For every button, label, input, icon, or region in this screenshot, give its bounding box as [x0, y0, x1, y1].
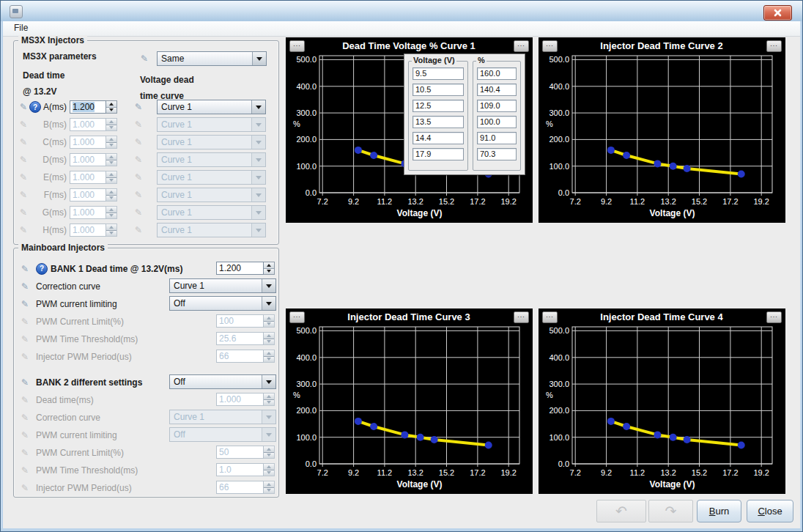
svg-text:300.0: 300.0 [549, 380, 569, 388]
spinner-up-button[interactable] [106, 101, 116, 107]
down-triangle-icon [267, 340, 271, 343]
svg-text:13.2: 13.2 [407, 468, 423, 477]
chart-plot[interactable]: 7.29.211.213.215.217.219.20.0100.0200.03… [539, 37, 785, 223]
down-triangle-icon [109, 161, 114, 164]
svg-text:0.0: 0.0 [306, 459, 317, 468]
chart-plot[interactable]: 7.29.211.213.215.217.219.20.0100.0200.03… [286, 309, 533, 494]
chart-menu-button-left[interactable]: ... [542, 40, 558, 52]
svg-text:500.0: 500.0 [549, 326, 569, 335]
edit-pencil-icon: ✎ [20, 317, 30, 327]
mainboard-value-input: 1.0 [216, 463, 264, 476]
voltage-dead-time-curve-select[interactable]: Same [157, 51, 267, 66]
close-x-icon [774, 9, 782, 17]
percent-cell-input[interactable]: 140.4 [477, 84, 517, 96]
menu-file[interactable]: File [10, 21, 32, 34]
down-triangle [266, 284, 272, 288]
edit-pencil-icon: ✎ [18, 119, 29, 130]
chevron-down-icon [251, 171, 265, 184]
help-icon[interactable]: ? [36, 263, 48, 275]
voltage-cell-input[interactable]: 14.4 [412, 132, 464, 144]
down-triangle [256, 106, 262, 109]
spinner-down-button [106, 125, 116, 131]
up-triangle-icon [109, 120, 114, 123]
percent-cell-input[interactable]: 100.0 [477, 116, 517, 128]
up-triangle-icon [267, 317, 271, 319]
close-button[interactable]: Close [747, 500, 793, 522]
chart-plot[interactable]: 7.29.211.213.215.217.219.20.0100.0200.03… [539, 309, 785, 494]
mainboard-label-cell: Injector PWM Period(us) [36, 483, 132, 493]
svg-text:%: % [546, 391, 553, 399]
svg-text:11.2: 11.2 [630, 197, 645, 206]
edit-pencil-icon[interactable]: ✎ [20, 264, 30, 274]
spinner-up-button[interactable] [264, 262, 274, 268]
voltage-group-title: Voltage (V) [412, 56, 456, 64]
mainboard-select[interactable]: Off [169, 296, 276, 311]
percent-cell-input[interactable]: 70.3 [477, 148, 517, 160]
dead-time-spinner: 1.000 [70, 136, 117, 149]
edit-pencil-icon: ✎ [20, 448, 30, 458]
chart-menu-button-right[interactable]: ... [766, 40, 782, 52]
edit-pencil-icon[interactable]: ✎ [20, 377, 30, 388]
edit-pencil-icon: ✎ [133, 190, 144, 200]
edit-pencil-icon[interactable]: ✎ [18, 102, 29, 112]
svg-text:400.0: 400.0 [549, 82, 569, 91]
svg-text:300.0: 300.0 [549, 108, 569, 117]
spinner-up-button [264, 446, 274, 452]
mainboard-select[interactable]: Off [169, 374, 276, 389]
voltage-group: Voltage (V)9.510.512.513.514.417.9 [408, 61, 468, 171]
svg-text:500.0: 500.0 [296, 326, 317, 335]
mainboard-value-input[interactable]: 1.200 [216, 262, 264, 275]
voltage-cell-input[interactable]: 9.5 [412, 67, 464, 80]
dead-time-value-input[interactable]: 1.200 [70, 100, 106, 114]
chart-menu-button-right[interactable]: ... [766, 311, 782, 323]
combo-selected-value: Curve 1 [158, 171, 251, 184]
voltage-cell-input[interactable]: 12.5 [412, 100, 464, 112]
dialog-window: File MS3X Injectors MS3X parameters Dead… [0, 0, 803, 532]
burn-button[interactable]: Burn [697, 500, 741, 522]
edit-pencil-icon: ✎ [18, 225, 29, 235]
edit-pencil-icon[interactable]: ✎ [20, 281, 30, 292]
mainboard-row: ✎Correction curveCurve 1 [14, 409, 278, 426]
menubar: File [3, 21, 800, 37]
voltage-cell-input[interactable]: 13.5 [412, 116, 464, 128]
edit-pencil-icon: ✎ [20, 483, 30, 493]
chart-menu-button-left[interactable]: ... [542, 311, 558, 323]
svg-text:7.2: 7.2 [317, 468, 328, 477]
svg-text:Injector Dead Time Curve 2: Injector Dead Time Curve 2 [600, 40, 722, 51]
edit-pencil-icon[interactable]: ✎ [20, 299, 30, 309]
chart-menu-button-right[interactable]: ... [514, 40, 529, 52]
percent-cell-input[interactable]: 91.0 [477, 132, 517, 144]
voltage-cell-input[interactable]: 10.5 [412, 84, 464, 96]
edit-pencil-icon[interactable]: ✎ [139, 53, 149, 64]
chart-menu-button-left[interactable]: ... [289, 311, 305, 323]
mainboard-row: ✎Correction curveCurve 1 [14, 278, 278, 295]
param-label-cell: D(ms) [30, 155, 67, 165]
chart-menu-button-right[interactable]: ... [514, 311, 529, 323]
param-label-cell: ?A(ms) [30, 101, 67, 113]
window-frame-bottom [1, 528, 802, 531]
spinner-buttons [106, 188, 117, 202]
spinner-buttons [106, 171, 117, 184]
svg-text:9.2: 9.2 [601, 468, 612, 477]
mainboard-label: Injector PWM Period(us) [36, 483, 132, 493]
chart-menu-button-left[interactable]: ... [289, 40, 305, 52]
percent-cell-input[interactable]: 109.0 [477, 100, 517, 112]
help-icon[interactable]: ? [29, 101, 41, 113]
mainboard-select[interactable]: Curve 1 [169, 278, 276, 293]
window-close-button[interactable] [763, 5, 792, 21]
chevron-down-icon [262, 410, 275, 424]
titlebar[interactable] [1, 1, 802, 22]
svg-text:11.2: 11.2 [377, 468, 393, 477]
mainboard-label: PWM Time Threshold(ms) [36, 465, 138, 476]
spinner-buttons [264, 446, 275, 459]
chart-panel: 7.29.211.213.215.217.219.20.0100.0200.03… [539, 37, 785, 223]
spinner-down-button[interactable] [264, 268, 274, 275]
edit-pencil-icon: ✎ [20, 352, 30, 362]
voltage-cell-input[interactable]: 17.9 [412, 148, 464, 160]
curve-select[interactable]: Curve 1 [157, 100, 266, 114]
edit-pencil-icon[interactable]: ✎ [133, 102, 144, 112]
percent-cell-input[interactable]: 160.0 [477, 67, 517, 80]
mainboard-label: PWM Current Limit(%) [36, 317, 124, 327]
spinner-down-button[interactable] [106, 107, 116, 114]
down-triangle [256, 211, 262, 215]
